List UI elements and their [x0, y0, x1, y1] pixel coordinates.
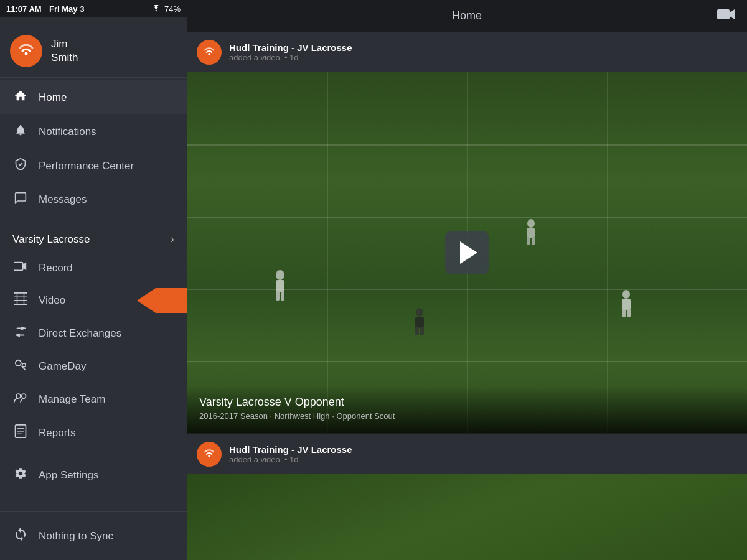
feed-item-1-header: Hudl Training - JV Lacrosse added a vide… — [187, 32, 747, 72]
feed-item-2-action: added a video. • 1d — [229, 455, 352, 464]
svg-point-18 — [208, 53, 210, 55]
sidebar-item-performance-center[interactable]: Performance Center — [0, 149, 187, 183]
sync-item[interactable]: Nothing to Sync — [0, 518, 187, 554]
feed: Hudl Training - JV Lacrosse added a vide… — [187, 32, 747, 560]
svg-rect-30 — [627, 309, 631, 317]
sidebar-item-label-direct-exchanges: Direct Exchanges — [39, 327, 174, 340]
exchange-icon — [12, 325, 29, 341]
feed-item-1-meta: Hudl Training - JV Lacrosse added a vide… — [229, 42, 352, 62]
sidebar-item-label-gameday: GameDay — [39, 360, 174, 373]
sidebar-item-label-performance: Performance Center — [39, 160, 174, 172]
sidebar-item-reports[interactable]: Reports — [0, 416, 187, 450]
video-subtitle: 2016-2017 Season · Northwest High · Oppo… — [199, 411, 735, 421]
svg-point-1 — [25, 52, 28, 55]
reports-icon — [12, 424, 29, 441]
sidebar-item-label-manage-team: Manage Team — [39, 393, 174, 406]
svg-rect-3 — [14, 293, 27, 304]
feed-item-2-avatar — [197, 442, 222, 467]
sidebar-item-label-home: Home — [39, 91, 174, 104]
sidebar-item-record[interactable]: Record — [0, 252, 187, 284]
sidebar-item-label-app-settings: App Settings — [39, 469, 174, 482]
sidebar-item-gameday[interactable]: GameDay — [0, 350, 187, 383]
video-caption: Varsity Lacrosse V Opponent 2016-2017 Se… — [187, 386, 747, 433]
feed-item-2-meta: Hudl Training - JV Lacrosse added a vide… — [229, 444, 352, 464]
avatar — [10, 35, 42, 67]
sidebar: 11:07 AM Fri May 3 74% — [0, 0, 187, 560]
sidebar-item-home[interactable]: Home — [0, 80, 187, 114]
svg-rect-24 — [415, 317, 424, 328]
svg-rect-25 — [415, 327, 419, 335]
user-name: Jim Smith — [51, 37, 78, 65]
sidebar-item-label-record: Record — [39, 262, 174, 274]
sidebar-item-messages[interactable]: Messages — [0, 183, 187, 216]
svg-rect-22 — [281, 291, 284, 301]
video-thumbnail-1[interactable]: Varsity Lacrosse V Opponent 2016-2017 Se… — [187, 72, 747, 433]
feed-item-1: Hudl Training - JV Lacrosse added a vide… — [187, 32, 747, 433]
svg-rect-34 — [532, 237, 535, 245]
svg-point-31 — [527, 219, 535, 228]
chevron-right-icon: › — [171, 233, 174, 246]
svg-point-8 — [16, 360, 21, 366]
status-time: 11:07 AM Fri May 3 — [6, 3, 84, 14]
video-thumbnail-2[interactable] — [187, 474, 747, 560]
film-icon — [12, 292, 29, 308]
feed-item-2: Hudl Training - JV Lacrosse added a vide… — [187, 434, 747, 560]
svg-rect-32 — [527, 228, 535, 238]
chat-icon — [12, 192, 29, 207]
sidebar-item-manage-team[interactable]: Manage Team — [0, 383, 187, 416]
svg-point-27 — [622, 290, 630, 299]
home-icon — [12, 89, 29, 106]
svg-point-19 — [276, 270, 284, 280]
manage-team-icon — [12, 391, 29, 407]
sidebar-item-app-settings[interactable]: App Settings — [0, 458, 187, 492]
sync-label: Nothing to Sync — [39, 530, 113, 543]
svg-rect-33 — [527, 237, 530, 245]
feed-item-2-header: Hudl Training - JV Lacrosse added a vide… — [187, 434, 747, 474]
topbar: Home — [187, 0, 747, 32]
nav-divider-2 — [0, 454, 187, 454]
svg-rect-16 — [717, 9, 730, 19]
sidebar-item-notifications[interactable]: Notifications — [0, 114, 187, 149]
sidebar-nav: Home Notifications Performance Center — [0, 78, 187, 511]
topbar-camera-button[interactable] — [717, 7, 735, 25]
svg-rect-26 — [420, 327, 424, 335]
svg-point-35 — [201, 446, 217, 462]
bell-icon — [12, 123, 29, 140]
sidebar-item-label-messages: Messages — [39, 194, 174, 206]
shield-icon — [12, 157, 29, 174]
sidebar-bottom: Nothing to Sync — [0, 511, 187, 560]
sidebar-item-direct-exchanges[interactable]: Direct Exchanges — [0, 317, 187, 350]
nav-divider-1 — [0, 220, 187, 220]
feed-item-2-org: Hudl Training - JV Lacrosse — [229, 444, 352, 455]
sidebar-item-label-reports: Reports — [39, 427, 174, 439]
feed-item-1-org: Hudl Training - JV Lacrosse — [229, 42, 352, 53]
svg-point-23 — [416, 308, 423, 317]
sidebar-item-video[interactable]: Video — [0, 284, 187, 317]
svg-point-36 — [208, 455, 210, 457]
play-button[interactable] — [445, 231, 489, 274]
topbar-title: Home — [452, 9, 482, 22]
wifi-icon — [151, 5, 161, 12]
video-arrow-indicator — [137, 288, 187, 313]
status-icons: 74% — [151, 4, 181, 14]
feed-item-1-action: added a video. • 1d — [229, 53, 352, 62]
svg-rect-20 — [276, 280, 284, 292]
status-bar: 11:07 AM Fri May 3 74% — [0, 0, 187, 17]
main-content: Home Hu — [187, 0, 747, 560]
video-title: Varsity Lacrosse V Opponent — [199, 396, 735, 409]
svg-rect-2 — [14, 263, 23, 271]
feed-item-1-avatar — [197, 40, 222, 65]
sidebar-header: Jim Smith — [0, 17, 187, 78]
team-section[interactable]: Varsity Lacrosse › — [0, 224, 187, 252]
settings-icon — [12, 467, 29, 483]
svg-rect-28 — [622, 299, 631, 310]
record-icon — [12, 261, 29, 275]
svg-point-0 — [15, 40, 37, 62]
sidebar-item-label-notifications: Notifications — [39, 126, 174, 138]
svg-point-9 — [22, 363, 26, 366]
svg-point-11 — [22, 394, 26, 398]
avatar-logo — [14, 39, 39, 63]
battery-text: 74% — [164, 4, 181, 14]
svg-point-17 — [201, 44, 217, 60]
sync-icon — [12, 527, 29, 545]
